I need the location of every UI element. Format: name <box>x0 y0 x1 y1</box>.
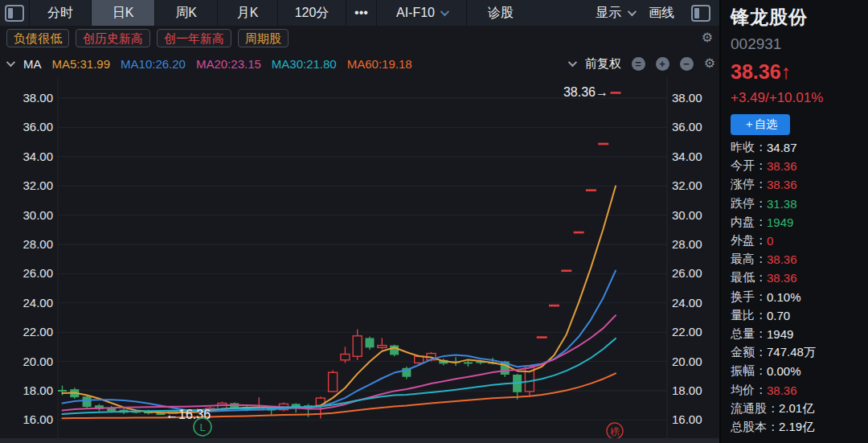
y-axis-label-left: 20.00 <box>23 355 53 368</box>
y-axis-label-right: 30.00 <box>672 208 702 222</box>
tab-monthly-k[interactable]: 月K <box>217 0 277 26</box>
zoom-in-button[interactable]: + <box>656 57 669 71</box>
stat-value: 1949 <box>767 215 793 229</box>
stat-value: 0.70 <box>767 309 790 322</box>
stat-row-total-shares: 总股本：2.19亿 <box>731 418 865 437</box>
y-axis-label-left: 32.00 <box>23 178 53 192</box>
y-axis-label-right: 26.00 <box>672 266 702 280</box>
y-axis-label-left: 18.00 <box>23 384 53 397</box>
stat-value: 38.36 <box>767 178 797 191</box>
limit-up-dash-candle <box>561 269 571 272</box>
chevron-down-icon[interactable] <box>567 58 576 67</box>
tab-daily-k[interactable]: 日K <box>91 0 154 26</box>
stat-label: 内盘： <box>731 215 767 230</box>
up-candle <box>353 336 362 356</box>
tab-diagnose[interactable]: 诊股 <box>466 0 534 26</box>
tag-all-time-high[interactable]: 创历史新高 <box>76 29 150 47</box>
stat-row-float-shares: 流通股：2.01亿 <box>731 400 865 418</box>
tab-120min[interactable]: 120分 <box>277 0 346 26</box>
display-menu[interactable]: 显示 <box>596 5 634 22</box>
toolbar-right: 显示 画线 <box>596 0 719 26</box>
ma60-value: MA60:19.18 <box>347 57 412 71</box>
stock-name: 锋龙股份 <box>731 5 868 30</box>
up-arrow-icon: ↑ <box>781 60 792 83</box>
up-candle <box>341 355 350 360</box>
display-label: 显示 <box>596 5 621 22</box>
stat-label: 最高： <box>731 252 767 267</box>
quote-panel: 锋龙股份 002931 38.36↑ +3.49/+10.01% ＋自选 昨收：… <box>719 0 868 443</box>
limit-up-dash-candle <box>611 92 621 94</box>
stat-row-total-vol: 总量：1949 <box>731 325 865 343</box>
chevron-down-icon <box>628 7 637 16</box>
chevron-down-icon[interactable] <box>6 58 15 67</box>
draw-line-button[interactable]: 画线 <box>649 5 674 22</box>
indicator-name: MA <box>23 57 42 71</box>
fit-zoom-button[interactable]: = <box>632 57 645 71</box>
y-axis-label-right: 20.00 <box>672 355 702 368</box>
stat-label: 涨停： <box>731 177 767 192</box>
y-axis-label-right: 28.00 <box>672 237 702 251</box>
tag-low-debt[interactable]: 负债很低 <box>6 29 69 47</box>
down-candle <box>83 396 92 407</box>
y-axis-label-left: 38.00 <box>23 91 53 105</box>
chart-area: 分时日K周K月K120分•••AI-F10诊股 显示 画线 负债很低创历史新高创… <box>0 0 719 443</box>
y-axis-label-right: 24.00 <box>672 296 702 310</box>
tab-weekly-k[interactable]: 周K <box>154 0 217 26</box>
toolbar-spacer <box>534 0 596 26</box>
tab-ai-f10[interactable]: AI-F10 <box>376 0 466 26</box>
up-candle <box>415 356 424 363</box>
y-axis-label-right: 34.00 <box>672 150 702 163</box>
y-axis-label-left: 16.00 <box>23 412 53 426</box>
stat-value: 0 <box>767 234 773 248</box>
limit-up-dash-candle <box>574 232 584 234</box>
stat-row-outer-vol: 外盘：0 <box>731 232 865 250</box>
stat-row-prev-close: 昨收：34.87 <box>731 138 865 157</box>
stat-row-inner-vol: 内盘：1949 <box>731 213 865 232</box>
stat-value: 0.00% <box>767 364 801 378</box>
y-axis-label-left: 34.00 <box>23 150 53 163</box>
stat-label: 总量： <box>731 326 767 342</box>
stat-value: 1949 <box>767 327 793 341</box>
ma10-value: MA10:26.20 <box>121 57 186 71</box>
panel-toggle-icon <box>5 5 24 22</box>
rank-stamp-icon: 榜 <box>606 422 624 441</box>
quote-stats: 昨收：34.87今开：38.36涨停：38.36跌停：31.38内盘：1949外… <box>731 138 865 437</box>
period-tabs: 分时日K周K月K120分•••AI-F10诊股 <box>29 0 534 26</box>
time-axis-strip <box>0 438 719 443</box>
stat-row-limit-down: 跌停：31.38 <box>731 195 865 213</box>
stat-row-high: 最高：38.36 <box>731 250 865 269</box>
stat-row-amount: 金额：747.48万 <box>731 343 865 362</box>
y-axis-label-left: 26.00 <box>23 266 53 280</box>
ma5-value: MA5:31.99 <box>52 57 111 71</box>
stat-label: 量比： <box>731 308 767 323</box>
tag-settings-gear-icon[interactable]: ⚙ <box>702 31 713 44</box>
panel-toggle-left-button[interactable] <box>0 0 29 26</box>
stat-label: 振幅： <box>731 363 767 379</box>
y-axis-label-left: 24.00 <box>23 296 53 310</box>
stat-row-low: 最低：38.36 <box>731 269 865 287</box>
panel-toggle-right-button[interactable] <box>689 5 713 22</box>
tags: 负债很低创历史新高创一年新高周期股 <box>6 29 289 47</box>
add-watchlist-button[interactable]: ＋自选 <box>731 114 790 135</box>
tab-minute[interactable]: 分时 <box>29 0 91 26</box>
indicator-settings-gear-icon[interactable]: ⚙ <box>704 57 715 70</box>
limit-up-dash-candle <box>598 143 608 146</box>
stat-row-avg-price: 均价：38.36 <box>731 380 865 399</box>
y-axis-label-right: 22.00 <box>672 325 702 338</box>
stock-code: 002931 <box>731 35 868 53</box>
stat-value: 38.36 <box>767 384 797 397</box>
zoom-out-button[interactable]: − <box>680 57 694 71</box>
adjust-mode-label[interactable]: 前复权 <box>585 56 621 72</box>
stat-label: 均价： <box>731 383 767 398</box>
stat-value: 747.48万 <box>767 345 816 360</box>
svg-text:榜: 榜 <box>608 425 620 438</box>
tab-more[interactable]: ••• <box>346 0 376 26</box>
stat-value: 31.38 <box>767 197 797 211</box>
y-axis-label-left: 22.00 <box>23 325 53 338</box>
tag-one-year-high[interactable]: 创一年新高 <box>157 29 231 47</box>
tag-row: 负债很低创历史新高创一年新高周期股 ⚙ <box>0 26 719 50</box>
tag-cyclical[interactable]: 周期股 <box>238 29 289 47</box>
chart-toolbar: 分时日K周K月K120分•••AI-F10诊股 显示 画线 <box>0 0 719 26</box>
y-axis-label-right: 18.00 <box>672 384 702 397</box>
stat-label: 流通股： <box>731 401 779 416</box>
